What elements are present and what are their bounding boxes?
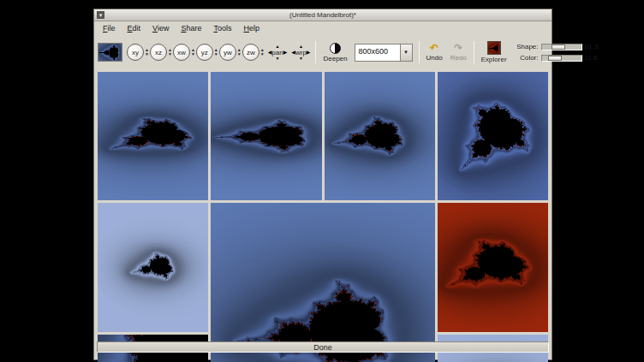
fractal-mutant-thumbnail[interactable] (211, 72, 321, 200)
fractal-mutant-thumbnail[interactable] (438, 72, 548, 200)
rotate-yz-button[interactable]: yz ▲▼ (196, 44, 218, 61)
warp-control[interactable]: ▲ ◀ wrp ▶ ▼ (290, 44, 311, 62)
rotate-xw-button[interactable]: xw ▲▼ (173, 44, 195, 61)
fractal-mutant-thumbnail[interactable] (98, 72, 208, 200)
spin-down-icon: ▼ (237, 52, 242, 56)
menu-item-help[interactable]: Help (237, 22, 265, 34)
toolbar-separator (419, 41, 420, 63)
undo-button[interactable]: ↶ Undo (424, 43, 445, 62)
menu-item-edit[interactable]: Edit (122, 22, 147, 34)
deepen-button[interactable]: Deepen (320, 42, 349, 63)
titlebar[interactable]: ▾ (Untitled Mandelbrot)* (94, 9, 552, 21)
rotate-xy-knob: xy (127, 44, 144, 61)
explorer-toggle-button[interactable]: Explorer (479, 40, 510, 64)
pan-control[interactable]: ▲ ◀ pan ▶ ▼ (267, 44, 289, 62)
explorer-grid (98, 72, 548, 339)
fractal-mutant-thumbnail[interactable] (325, 72, 435, 200)
spin-down-icon: ▼ (145, 52, 149, 56)
warp-down-icon: ▼ (299, 56, 303, 62)
redo-icon: ↷ (454, 44, 462, 53)
rotate-xz-button[interactable]: xz ▲▼ (150, 44, 172, 61)
color-slider[interactable] (541, 55, 582, 62)
shape-slider-thumb[interactable] (552, 45, 565, 50)
fractal-main-view[interactable] (211, 203, 435, 362)
warp-right-icon: ▶ (307, 50, 311, 56)
color-slider-thumb[interactable] (548, 56, 562, 61)
deepen-label: Deepen (323, 55, 347, 62)
menu-item-file[interactable]: File (97, 22, 122, 34)
menu-item-tools[interactable]: Tools (207, 22, 237, 34)
pan-label: pan (271, 50, 283, 56)
redo-button: ↷ Redo (448, 43, 469, 62)
shape-label: Shape: (512, 43, 539, 50)
rotate-yz-knob: yz (196, 44, 213, 61)
menubar: File Edit View Share Tools Help (94, 21, 552, 35)
redo-label: Redo (450, 54, 467, 62)
image-size-select[interactable]: 800x600 ▼ (355, 44, 413, 62)
rotate-xz-knob: xz (150, 44, 167, 61)
deepen-icon (330, 43, 341, 54)
window-menu-icon[interactable]: ▾ (97, 11, 104, 19)
rotate-zw-knob: zw (242, 44, 259, 61)
menu-item-view[interactable]: View (146, 22, 175, 34)
rotate-xw-knob: xw (173, 44, 190, 61)
statusbar: Done (94, 341, 552, 359)
rotate-yw-knob: yw (219, 44, 236, 61)
color-slider-row: Color: 11.8 (512, 54, 602, 62)
undo-icon: ↶ (430, 44, 438, 53)
toolbar: xy ▲▼ xz ▲▼ xw ▲▼ yz ▲▼ yw ▲▼ (94, 35, 552, 69)
rotation-controls: xy ▲▼ xz ▲▼ xw ▲▼ yz ▲▼ yw ▲▼ (127, 44, 265, 61)
explorer-grid-area (94, 69, 552, 341)
fractal-mutant-thumbnail[interactable] (98, 203, 208, 331)
rotate-yw-button[interactable]: yw ▲▼ (219, 44, 242, 61)
toolbar-separator (315, 41, 316, 63)
mutation-sliders: Shape: 61.3 Color: 11.8 (512, 43, 605, 62)
undo-label: Undo (426, 54, 443, 62)
rotate-xy-button[interactable]: xy ▲▼ (127, 44, 149, 61)
progress-bar: Done (97, 341, 549, 353)
fractal-mutant-thumbnail[interactable] (438, 203, 548, 331)
explorer-icon (487, 41, 501, 55)
app-window: ▾ (Untitled Mandelbrot)* File Edit View … (93, 9, 552, 360)
rotate-zw-button[interactable]: zw ▲▼ (242, 44, 265, 61)
color-value: 11.8 (585, 54, 602, 62)
shape-slider[interactable] (541, 44, 582, 50)
warp-label: wrp (295, 50, 307, 56)
window-title: (Untitled Mandelbrot)* (289, 11, 356, 19)
pan-right-icon: ▶ (283, 50, 288, 56)
image-size-value: 800x600 (355, 45, 400, 61)
shape-value: 61.3 (585, 43, 602, 50)
desktop-background: ▾ (Untitled Mandelbrot)* File Edit View … (0, 0, 644, 362)
chevron-down-icon[interactable]: ▼ (400, 45, 412, 61)
explorer-label: Explorer (481, 56, 507, 63)
spin-down-icon: ▼ (168, 52, 172, 56)
menu-item-share[interactable]: Share (175, 22, 207, 34)
toolbar-separator (474, 41, 474, 63)
shape-slider-row: Shape: 61.3 (512, 43, 602, 50)
spin-down-icon: ▼ (214, 52, 218, 56)
pan-down-icon: ▼ (276, 56, 280, 62)
spin-down-icon: ▼ (260, 52, 265, 56)
color-label: Color: (512, 54, 539, 62)
spin-down-icon: ▼ (191, 52, 195, 56)
fractal-preview-thumbnail (98, 43, 122, 62)
